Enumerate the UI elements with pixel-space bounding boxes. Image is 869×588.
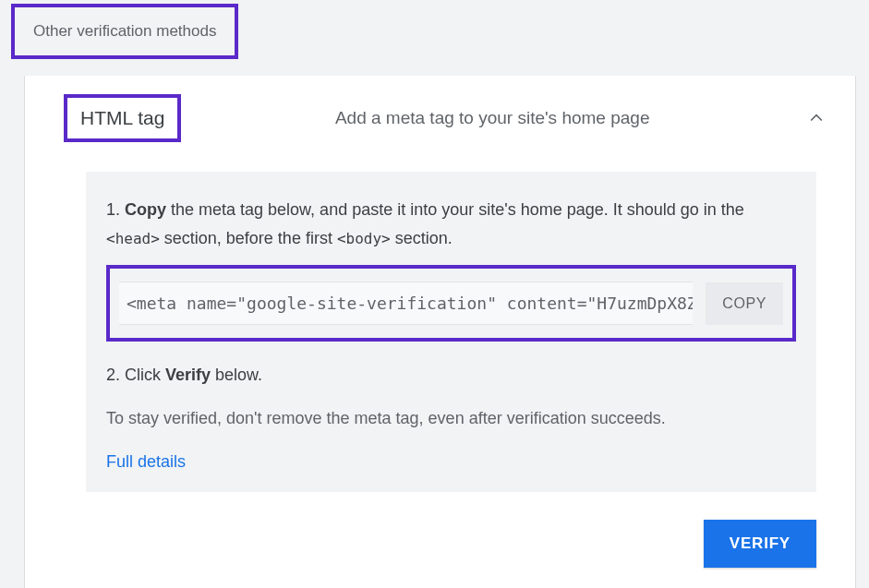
step1-code-body: <body> [337, 230, 391, 247]
method-name: HTML tag [64, 94, 181, 142]
step1-bold: Copy [125, 200, 166, 219]
card-header[interactable]: HTML tag Add a meta tag to your site's h… [25, 76, 855, 161]
step2-suffix: below. [211, 366, 262, 384]
meta-tag-code[interactable]: <meta name="google-site-verification" co… [119, 282, 693, 325]
section-title: Other verification methods [11, 4, 238, 59]
instructions-panel: 1. Copy the meta tag below, and paste it… [86, 172, 816, 492]
meta-tag-row: <meta name="google-site-verification" co… [106, 265, 796, 342]
copy-button[interactable]: COPY [706, 282, 783, 325]
step-1-text: 1. Copy the meta tag below, and paste it… [106, 196, 796, 252]
verify-button[interactable]: VERIFY [704, 520, 816, 568]
step1-code-head: <head> [106, 230, 160, 247]
verification-card: HTML tag Add a meta tag to your site's h… [24, 76, 856, 588]
chevron-up-icon[interactable] [803, 105, 829, 131]
step1-prefix: 1. [106, 200, 125, 219]
stay-verified-note: To stay verified, don't remove the meta … [106, 409, 796, 428]
step2-prefix: 2. Click [106, 366, 165, 384]
step2-bold: Verify [165, 366, 211, 384]
step1-text-c: section. [391, 229, 453, 247]
step1-text-b: section, before the first [160, 229, 337, 247]
step-2-text: 2. Click Verify below. [106, 366, 796, 385]
card-footer: VERIFY [25, 492, 855, 568]
step1-text-a: the meta tag below, and paste it into yo… [166, 200, 744, 219]
method-description: Add a meta tag to your site's home page [181, 108, 803, 128]
full-details-link[interactable]: Full details [106, 452, 186, 472]
